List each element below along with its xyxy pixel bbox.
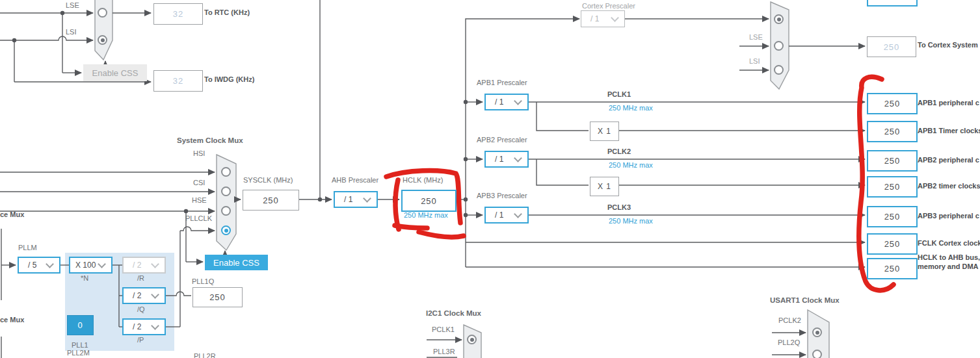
- apb1-timer-multiplier: X 1: [590, 121, 619, 141]
- pclk2-max-label: 250 MHz max: [609, 161, 653, 169]
- rtc-mux-radio-lse[interactable]: [98, 8, 107, 18]
- system-mux-radio-hsi[interactable]: [221, 167, 231, 177]
- pll2-source-mux-label: ce Mux: [0, 316, 24, 324]
- apb1-prescaler-value: / 1: [495, 97, 503, 107]
- hclk-ahb-bus-label-line1: HCLK to AHB bus,: [918, 253, 980, 262]
- pll1-fracn-box[interactable]: 0: [67, 315, 94, 335]
- apb2-prescaler-label: APB2 Prescaler: [477, 136, 527, 144]
- enable-css-button-rtc[interactable]: Enable CSS: [83, 64, 147, 81]
- pclk1-label: PCLK1: [607, 90, 631, 98]
- cortex-lsi-label: LSI: [749, 57, 760, 65]
- cut-top-value-box: [867, 0, 918, 6]
- pllm-label: PLLM: [18, 244, 37, 251]
- chevron-down-icon: [98, 260, 106, 268]
- apb2-timer-clock-box: 250: [867, 176, 918, 198]
- pll-source-mux-label: ce Mux: [0, 211, 24, 218]
- pllq-dropdown[interactable]: / 2: [122, 287, 166, 304]
- usart1-pclk2-label: PCLK2: [778, 316, 801, 324]
- chevron-down-icon: [514, 154, 522, 162]
- system-mux-radio-pllclk[interactable]: [221, 225, 231, 235]
- iwdg-freq-box: 32: [153, 70, 203, 92]
- apb1-peripheral-clock-box: 250: [867, 93, 918, 114]
- to-cortex-label: To Cortex System: [918, 40, 978, 49]
- apb2-peripheral-clock-label: APB2 peripheral c: [918, 155, 979, 164]
- iwdg-freq-label: To IWDG (KHz): [204, 75, 254, 83]
- ahb-prescaler-label: AHB Prescaler: [332, 176, 378, 184]
- apb1-prescaler-label: APB1 Prescaler: [477, 79, 527, 86]
- cortex-mux-radio-hclk[interactable]: [774, 14, 784, 24]
- pclk3-label: PCLK3: [607, 203, 631, 211]
- system-clock-mux-title: System Clock Mux: [177, 136, 243, 144]
- hclk-label: HCLK (MHz): [403, 176, 443, 184]
- chevron-down-icon: [151, 290, 159, 299]
- chevron-down-icon: [151, 260, 159, 268]
- pllr-dropdown: / 2: [122, 257, 166, 274]
- pllclk-label: PLLCLK: [185, 214, 212, 222]
- hclk-ahb-bus-box: 250: [867, 258, 918, 279]
- wiring-layer: [0, 0, 980, 358]
- junction-dots: [12, 11, 468, 217]
- pllp-dropdown[interactable]: / 2: [122, 318, 166, 335]
- pclk2-label: PCLK2: [607, 147, 631, 155]
- pllr-div-label: /R: [137, 274, 144, 282]
- plln-mult-label: *N: [81, 274, 88, 282]
- chevron-down-icon: [611, 14, 619, 22]
- cortex-prescaler-dropdown: / 1: [581, 10, 625, 27]
- apb2-prescaler-value: / 1: [495, 155, 503, 164]
- csi-label: CSI: [193, 179, 205, 186]
- cortex-prescaler-label: Cortex Prescaler: [582, 2, 635, 10]
- pllr-value: / 2: [133, 261, 141, 270]
- pll2m-label: PLL2M: [67, 349, 90, 357]
- rtc-mux-radio-lsi[interactable]: [98, 35, 107, 45]
- usart1-mux-radio-pclk2[interactable]: [812, 327, 822, 337]
- ahb-prescaler-dropdown[interactable]: / 1: [334, 191, 378, 208]
- apb2-timer-multiplier: X 1: [590, 177, 619, 196]
- pll1q-label: PLL1Q: [192, 277, 214, 285]
- hclk-max-label: 250 MHz max: [404, 211, 448, 219]
- chevron-down-icon: [151, 322, 159, 330]
- system-mux-radio-csi[interactable]: [221, 186, 231, 196]
- ahb-prescaler-value: / 1: [344, 195, 352, 204]
- pll1q-value-box: 250: [192, 287, 243, 307]
- apb2-timer-clock-label: APB2 timer clocks: [918, 181, 980, 190]
- i2c1-pll3r-label: PLL3R: [433, 348, 455, 355]
- usart1-mux-radio-pll2q[interactable]: [812, 350, 822, 358]
- cortex-mux-radio-lsi[interactable]: [774, 65, 784, 75]
- plln-dropdown[interactable]: X 100: [69, 257, 113, 274]
- chevron-down-icon: [514, 97, 522, 105]
- usart1-pll2q-label: PLL2Q: [778, 339, 800, 346]
- pll1-label: PLL1: [72, 341, 88, 349]
- apb3-prescaler-value: / 1: [495, 211, 503, 220]
- chevron-down-icon: [363, 194, 371, 203]
- pllp-value: / 2: [133, 322, 141, 331]
- apb3-peripheral-clock-box: 250: [867, 206, 918, 227]
- usart1-clock-mux-title: USART1 Clock Mux: [770, 296, 840, 304]
- hclk-value-box[interactable]: 250: [401, 190, 457, 212]
- pllp-div-label: /P: [137, 336, 144, 344]
- hse-label: HSE: [192, 196, 207, 204]
- apb2-prescaler-dropdown[interactable]: / 1: [484, 151, 529, 168]
- i2c1-mux-radio-pclk1[interactable]: [467, 335, 477, 344]
- rtc-freq-box: 32: [153, 3, 203, 25]
- chevron-down-icon: [46, 260, 54, 268]
- pllq-div-label: /Q: [137, 305, 145, 313]
- hclk-ahb-bus-label: HCLK to AHB bus, memory and DMA: [918, 253, 980, 271]
- apb3-peripheral-clock-label: APB3 peripheral c: [918, 211, 979, 220]
- pclk1-max-label: 250 MHz max: [609, 104, 653, 112]
- hsi-label: HSI: [193, 149, 205, 157]
- plln-value: X 100: [75, 261, 96, 270]
- pllm-dropdown[interactable]: / 5: [18, 257, 60, 274]
- apb1-prescaler-dropdown[interactable]: / 1: [484, 94, 529, 110]
- clock-configuration-canvas: LSE LSI Enable CSS 32 To RTC (KHz) 32 To…: [0, 0, 980, 358]
- cortex-lse-label: LSE: [749, 33, 763, 41]
- apb2-peripheral-clock-box: 250: [867, 150, 918, 172]
- cortex-mux-radio-lse[interactable]: [774, 41, 784, 51]
- apb3-prescaler-dropdown[interactable]: / 1: [484, 207, 529, 224]
- chevron-down-icon: [514, 210, 522, 218]
- enable-css-button-hse[interactable]: Enable CSS: [205, 255, 268, 270]
- pllq-value: / 2: [133, 291, 141, 300]
- hclk-ahb-bus-label-line2: memory and DMA: [918, 262, 980, 271]
- pll2r-label: PLL2R: [194, 352, 216, 358]
- i2c1-pclk1-label: PCLK1: [432, 326, 455, 333]
- system-mux-radio-hse[interactable]: [221, 206, 231, 216]
